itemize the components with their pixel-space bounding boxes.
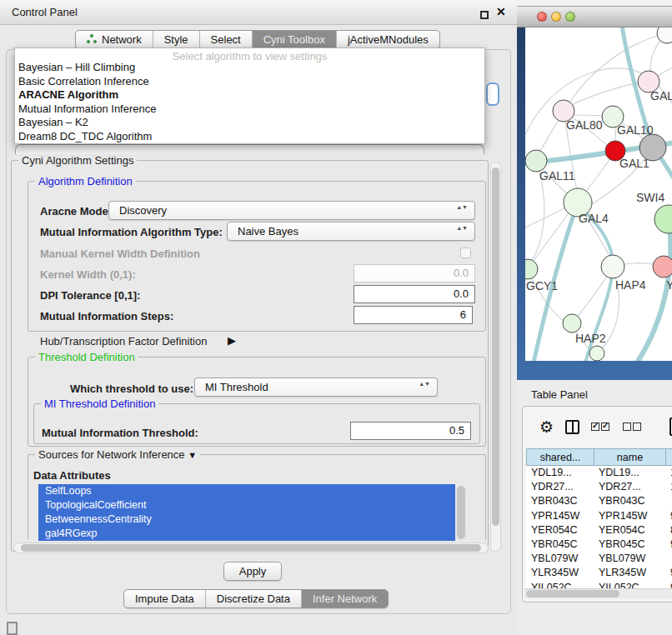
table-cell: YDL19...: [594, 466, 665, 480]
gear-icon[interactable]: ⚙: [539, 418, 554, 437]
attribute-item[interactable]: gal4RGexp: [38, 527, 455, 541]
mi-steps-field[interactable]: 6: [354, 306, 473, 324]
kernel-width-field[interactable]: 0.0: [354, 264, 475, 282]
network-node[interactable]: [657, 28, 672, 43]
network-edge[interactable]: [532, 169, 544, 261]
network-canvas[interactable]: GALGAL80GAL10GAL1GAL11SWI4GAL4GCY1HAP4YH…: [525, 28, 672, 361]
table-toolbar: ⚙: [523, 407, 672, 447]
network-node-y[interactable]: [653, 256, 672, 278]
network-node[interactable]: [639, 134, 666, 161]
column-header[interactable]: [665, 448, 672, 466]
dpi-tolerance-field[interactable]: 0.0: [354, 285, 475, 303]
aracne-mode-value: Discovery: [119, 204, 167, 217]
close-icon[interactable]: ✕: [496, 5, 506, 18]
table-row[interactable]: YDL19...YDL19...13: [526, 466, 672, 480]
network-node-swi4[interactable]: [654, 205, 672, 233]
tab-label: Discretize Data: [217, 592, 290, 605]
tab-label: Infer Network: [313, 592, 377, 605]
columns-icon[interactable]: [565, 420, 579, 434]
mi-type-combobox[interactable]: Naive Bayes ▲▼: [227, 222, 475, 241]
tab-infer-network[interactable]: Infer Network: [302, 590, 388, 608]
attribute-item[interactable]: SelfLoops: [38, 484, 455, 498]
table-cell: YDR27...: [526, 480, 594, 494]
table-cell: YBR045C: [526, 538, 594, 552]
minimize-traffic-light-icon[interactable]: [551, 12, 561, 22]
which-threshold-combobox[interactable]: MI Threshold ▲▼: [194, 378, 438, 397]
dropdown-item[interactable]: Mutual Information Inference: [15, 102, 484, 117]
stepper-arrows-icon: ▲▼: [456, 225, 468, 232]
network-window-titlebar[interactable]: [517, 7, 672, 28]
dropdown-items: Bayesian – Hill ClimbingBasic Correlatio…: [15, 61, 484, 143]
table-horizontal-scrollbar[interactable]: [524, 588, 672, 598]
tab-style[interactable]: Style: [153, 31, 200, 48]
network-node-hap2[interactable]: [563, 314, 581, 332]
node-label: HAP2: [575, 332, 606, 345]
network-edge[interactable]: [658, 65, 672, 76]
network-node-hap4[interactable]: [601, 255, 624, 278]
table-cell: 8.: [665, 523, 672, 538]
network-edge[interactable]: [528, 212, 569, 269]
zoom-traffic-light-icon[interactable]: [565, 12, 575, 22]
tab-impute-data[interactable]: Impute Data: [124, 590, 206, 608]
node-label: GAL80: [566, 118, 603, 132]
settings-vertical-scrollbar[interactable]: [490, 162, 501, 552]
horizontal-scrollbar-thumb[interactable]: [21, 544, 481, 552]
table-cell: 9.: [665, 538, 672, 552]
float-window-icon[interactable]: [480, 11, 489, 19]
node-label: SWI4: [636, 191, 664, 204]
expanded-arrow-icon[interactable]: ▼: [188, 450, 197, 460]
tab-select[interactable]: Select: [200, 31, 253, 48]
dropdown-item[interactable]: Bayesian – K2: [15, 116, 484, 130]
close-traffic-light-icon[interactable]: [537, 12, 547, 22]
tab-network[interactable]: Network: [76, 31, 153, 48]
network-edge[interactable]: [525, 206, 569, 228]
node-label: GAL: [650, 89, 672, 102]
network-node-gcy1[interactable]: [525, 259, 538, 279]
node-table[interactable]: shared...nameYDL19...YDL19...13YDR27...Y…: [526, 448, 672, 595]
mi-threshold-field[interactable]: 0.5: [350, 422, 471, 440]
network-icon: [87, 34, 98, 45]
attribute-item[interactable]: TopologicalCoefficient: [38, 498, 455, 512]
network-view-window: GALGAL80GAL10GAL1GAL11SWI4GAL4GCY1HAP4YH…: [517, 0, 672, 380]
table-cell: 9.: [665, 509, 672, 523]
table-row[interactable]: YDR27...YDR27...12: [526, 480, 672, 494]
mi-steps-label: Mutual Information Steps:: [40, 310, 173, 322]
table-header-row: shared...name: [526, 448, 672, 466]
table-row[interactable]: YBR045CYBR045C9.: [526, 538, 672, 552]
vertical-scrollbar-thumb[interactable]: [492, 168, 499, 526]
dropdown-item[interactable]: Basic Correlation Inference: [15, 75, 484, 89]
hidden-combobox-sliver[interactable]: [15, 144, 484, 154]
settings-horizontal-scrollbar[interactable]: [13, 542, 489, 553]
table-scrollbar-thumb[interactable]: [526, 590, 619, 598]
data-attributes-list[interactable]: SelfLoopsTopologicalCoefficientBetweenne…: [38, 484, 455, 541]
apply-button[interactable]: Apply: [223, 562, 282, 581]
dpi-tolerance-label: DPI Tolerance [0,1]:: [40, 289, 140, 302]
tab-cyni-toolbox[interactable]: Cyni Toolbox: [253, 31, 337, 48]
attributes-scrollbar-thumb[interactable]: [457, 486, 465, 539]
table-row[interactable]: YLR345WYLR345W9.: [526, 566, 672, 580]
column-header[interactable]: name: [594, 448, 665, 466]
table-row[interactable]: YBR043CYBR043C: [526, 494, 672, 508]
network-node[interactable]: [589, 346, 604, 361]
node-label: GAL11: [539, 169, 575, 182]
table-row[interactable]: YER054CYER054C8.: [526, 523, 672, 538]
deselect-all-icon[interactable]: [623, 419, 643, 434]
column-header[interactable]: shared...: [526, 448, 594, 466]
collapsed-arrow-icon[interactable]: ▶: [228, 334, 236, 347]
tab-jactivemnodules[interactable]: jActiveMNodules: [337, 31, 439, 48]
dropdown-item[interactable]: Dream8 DC_TDC Algorithm: [15, 130, 484, 144]
dock-panel-icon[interactable]: [7, 622, 18, 635]
hub-section-label[interactable]: Hub/Transcription Factor Definition: [40, 335, 207, 348]
manual-kernel-checkbox[interactable]: [460, 248, 471, 258]
attribute-item[interactable]: BetweennessCentrality: [38, 512, 455, 527]
dropdown-item[interactable]: ARACNE Algorithm: [15, 88, 484, 102]
network-graph[interactable]: GALGAL80GAL10GAL1GAL11SWI4GAL4GCY1HAP4YH…: [525, 28, 672, 361]
aracne-mode-combobox[interactable]: Discovery ▲▼: [108, 201, 475, 220]
table-row[interactable]: YBL079WYBL079W: [526, 552, 672, 566]
dropdown-item[interactable]: Bayesian – Hill Climbing: [15, 61, 484, 75]
control-panel-tab-bar: NetworkStyleSelectCyni ToolboxjActiveMNo…: [75, 30, 440, 49]
tab-discretize-data[interactable]: Discretize Data: [206, 590, 302, 608]
select-all-icon[interactable]: [591, 419, 611, 434]
table-cell: 12: [665, 480, 672, 494]
table-row[interactable]: YPR145WYPR145W9.: [526, 509, 672, 523]
